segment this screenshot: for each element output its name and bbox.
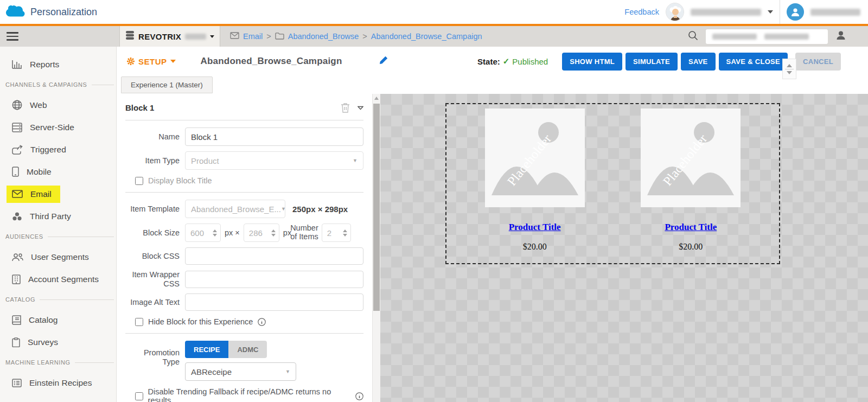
server-icon bbox=[12, 123, 22, 132]
name-input[interactable] bbox=[185, 127, 363, 146]
divider bbox=[780, 0, 780, 24]
product-title-link[interactable]: Product Title bbox=[665, 222, 717, 233]
state-indicator: State: ✓ Published bbox=[477, 56, 548, 66]
sidebar-item-triggered[interactable]: Triggered bbox=[0, 138, 116, 161]
breadcrumb-folder[interactable]: Abandoned_Browse bbox=[288, 32, 359, 41]
person-icon[interactable] bbox=[835, 30, 846, 43]
item-wrapper-css-label: Item WrapperCSS bbox=[125, 270, 180, 288]
state-label: State: bbox=[477, 57, 500, 66]
clipboard-icon bbox=[12, 337, 20, 347]
scroll-stepper[interactable] bbox=[782, 59, 796, 79]
breadcrumb-campaign[interactable]: Abandoned_Browse_Campaign bbox=[371, 32, 482, 41]
sidebar-item-label: Third Party bbox=[30, 212, 71, 221]
trash-icon[interactable] bbox=[341, 103, 350, 113]
page-title: Abandoned_Browse_Campaign bbox=[201, 56, 342, 67]
item-type-select[interactable]: Product▼ bbox=[185, 151, 363, 170]
save-button[interactable]: SAVE bbox=[681, 53, 716, 71]
cubes-icon bbox=[12, 212, 22, 221]
sidebar-item-third-party[interactable]: Third Party bbox=[0, 205, 116, 227]
hide-block-label: Hide Block for this Experience bbox=[148, 317, 253, 326]
einstein-avatar-icon[interactable] bbox=[666, 3, 684, 21]
product-card: Placeholder Product Title $20.00 bbox=[467, 109, 603, 263]
search-icon[interactable] bbox=[688, 30, 698, 43]
account-caret-icon[interactable] bbox=[768, 10, 773, 14]
placeholder-image: Placeholder bbox=[641, 109, 741, 207]
select-caret-icon: ▼ bbox=[353, 158, 358, 163]
breadcrumb-email[interactable]: Email bbox=[243, 32, 263, 41]
mobile-icon bbox=[12, 167, 19, 177]
admc-toggle-button[interactable]: ADMC bbox=[228, 341, 267, 358]
database-icon bbox=[125, 30, 135, 42]
item-template-select[interactable]: Abandoned_Browse_E...▼ bbox=[185, 200, 285, 218]
setup-caret-icon bbox=[170, 60, 176, 63]
simulate-button[interactable]: SIMULATE bbox=[626, 53, 678, 71]
sidebar-item-label: User Segments bbox=[31, 252, 89, 262]
scroll-up-arrow-icon[interactable] bbox=[374, 97, 379, 100]
block-title: Block 1 bbox=[125, 103, 154, 112]
setup-dropdown[interactable]: SETUP bbox=[126, 57, 176, 66]
sidebar-item-label: Server-Side bbox=[30, 123, 74, 132]
disable-trending-fallback-checkbox[interactable] bbox=[135, 392, 143, 400]
experience-tabs: Experience 1 (Master) bbox=[117, 76, 868, 94]
image-alt-text-input[interactable] bbox=[185, 293, 363, 311]
block-css-input[interactable] bbox=[185, 247, 363, 265]
setup-label: SETUP bbox=[138, 57, 167, 66]
info-icon[interactable] bbox=[355, 392, 363, 400]
user-avatar-icon[interactable] bbox=[787, 3, 804, 21]
block-width-stepper[interactable]: 600 bbox=[185, 224, 221, 242]
date-range-input[interactable] bbox=[706, 29, 828, 44]
sidebar: Reports CHANNELS & CAMPAIGNS Web Server-… bbox=[0, 47, 117, 402]
book-icon bbox=[12, 315, 21, 325]
dataset-selector[interactable]: REVOTRIX bbox=[119, 26, 220, 47]
sidebar-item-user-segments[interactable]: User Segments bbox=[0, 246, 116, 268]
sidebar-item-reports[interactable]: Reports bbox=[0, 53, 116, 75]
salesforce-cloud-logo bbox=[5, 4, 25, 20]
promotion-type-label: PromotionType bbox=[125, 348, 180, 366]
sidebar-item-einstein-recipes[interactable]: Einstein Recipes bbox=[0, 372, 116, 394]
number-of-items-stepper[interactable]: 2 bbox=[322, 224, 351, 242]
recipe-select[interactable]: ABReceipe▼ bbox=[185, 362, 296, 381]
collapse-caret-icon[interactable] bbox=[358, 106, 363, 110]
sidebar-item-server-side[interactable]: Server-Side bbox=[0, 116, 116, 138]
sidebar-item-label: Reports bbox=[30, 60, 59, 69]
account-name-redacted[interactable] bbox=[691, 9, 761, 16]
item-template-label: Item Template bbox=[125, 205, 180, 214]
item-wrapper-css-input[interactable] bbox=[185, 271, 363, 288]
sidebar-section-machine-learning: MACHINE LEARNING bbox=[0, 353, 116, 372]
show-html-button[interactable]: SHOW HTML bbox=[562, 53, 622, 71]
sidebar-item-web[interactable]: Web bbox=[0, 94, 116, 116]
scrollbar-thumb[interactable] bbox=[373, 104, 380, 311]
hide-block-checkbox[interactable] bbox=[135, 318, 143, 326]
edit-title-pencil-icon[interactable] bbox=[379, 56, 388, 67]
breadcrumb-sep: > bbox=[362, 32, 367, 41]
info-icon[interactable] bbox=[258, 318, 266, 326]
app-title: Personalization bbox=[30, 7, 97, 18]
block-height-stepper[interactable]: 286 bbox=[244, 224, 279, 242]
cancel-button[interactable]: CANCEL bbox=[795, 53, 841, 71]
sidebar-item-surveys[interactable]: Surveys bbox=[0, 331, 116, 353]
image-alt-text-label: Image Alt Text bbox=[125, 298, 180, 307]
display-block-title-checkbox[interactable] bbox=[135, 177, 143, 185]
folder-icon bbox=[275, 32, 284, 41]
save-and-close-button[interactable]: SAVE & CLOSE bbox=[719, 53, 788, 71]
product-title-link[interactable]: Product Title bbox=[509, 222, 561, 233]
globe-icon bbox=[12, 100, 22, 110]
sidebar-item-email[interactable]: Email bbox=[0, 183, 116, 205]
sidebar-item-catalog[interactable]: Catalog bbox=[0, 309, 116, 331]
form-scrollbar[interactable] bbox=[372, 94, 380, 402]
sidebar-item-label: Web bbox=[30, 100, 47, 110]
share-arrow-icon bbox=[12, 145, 23, 155]
sidebar-section-catalog: CATALOG bbox=[0, 290, 116, 309]
feedback-link[interactable]: Feedback bbox=[624, 8, 659, 16]
item-template-size: 250px × 298px bbox=[292, 205, 348, 214]
block-selection-outline[interactable]: Placeholder Product Title $20.00 Placeho… bbox=[445, 103, 780, 264]
state-value: Published bbox=[512, 57, 548, 66]
hamburger-menu-icon[interactable] bbox=[7, 30, 18, 43]
item-type-label: Item Type bbox=[125, 156, 180, 165]
sidebar-item-account-segments[interactable]: Account Segments bbox=[0, 268, 116, 290]
tab-experience-1-master[interactable]: Experience 1 (Master) bbox=[121, 76, 213, 93]
sidebar-item-mobile[interactable]: Mobile bbox=[0, 161, 116, 183]
recipe-toggle-button[interactable]: RECIPE bbox=[185, 341, 228, 358]
top-bar: Personalization Feedback bbox=[0, 0, 868, 24]
user-name-redacted bbox=[810, 9, 860, 16]
